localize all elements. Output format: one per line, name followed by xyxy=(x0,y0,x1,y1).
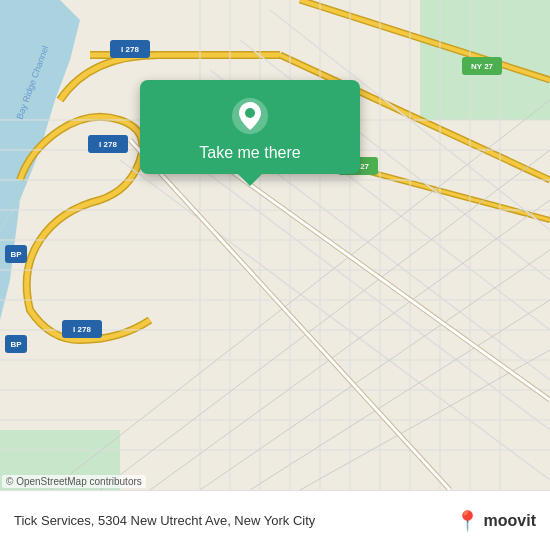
osm-attribution: © OpenStreetMap contributors xyxy=(2,475,146,488)
svg-text:BP: BP xyxy=(10,340,22,349)
svg-point-70 xyxy=(245,108,255,118)
take-me-there-button[interactable]: Take me there xyxy=(199,144,300,162)
moovit-pin-icon: 📍 xyxy=(455,509,480,533)
moovit-logo-text: moovit xyxy=(484,512,536,530)
svg-text:I 278: I 278 xyxy=(73,325,91,334)
map-tooltip: Take me there xyxy=(140,80,360,174)
location-pin-icon xyxy=(230,96,270,136)
svg-text:I 278: I 278 xyxy=(121,45,139,54)
svg-text:NY 27: NY 27 xyxy=(471,62,494,71)
moovit-logo: 📍 moovit xyxy=(455,509,536,533)
svg-text:BP: BP xyxy=(10,250,22,259)
bottom-bar: Tick Services, 5304 New Utrecht Ave, New… xyxy=(0,490,550,550)
map-container: I 278 I 278 I 278 NY 27 NY 27 NY 27 BP B… xyxy=(0,0,550,490)
svg-text:I 278: I 278 xyxy=(99,140,117,149)
address-label: Tick Services, 5304 New Utrecht Ave, New… xyxy=(14,513,455,528)
